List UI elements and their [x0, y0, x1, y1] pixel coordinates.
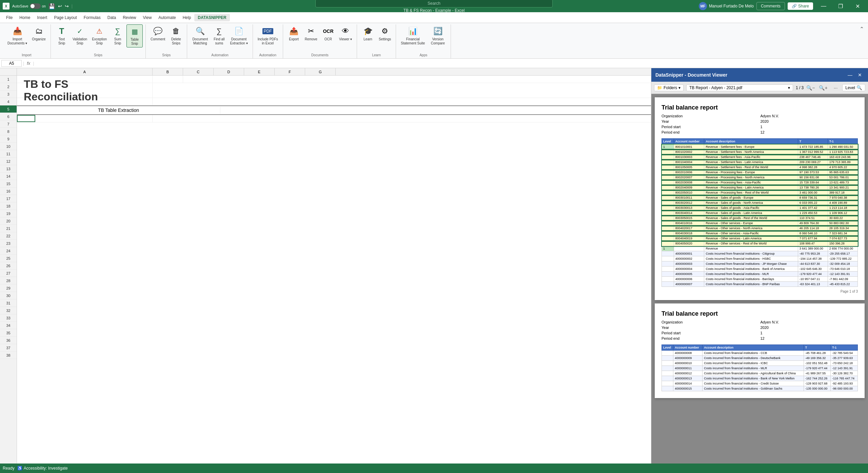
include-pdfs-button[interactable]: PDF Include PDFsin Excel	[256, 24, 280, 47]
menu-review[interactable]: Review	[119, 14, 139, 21]
menu-insert[interactable]: Insert	[34, 14, 51, 21]
table-row: 8003010011Revenue - Sales of goods - Eur…	[662, 195, 858, 200]
formula-input[interactable]	[35, 60, 867, 66]
global-search-input[interactable]	[315, 0, 553, 7]
document-extraction-button[interactable]: 📄 DocumentExtraction ▾	[228, 24, 250, 47]
cell-b5[interactable]	[35, 115, 153, 122]
documents-group-content: 📤 Export ✂ Remove OCR OCR 👁 Viewer ▾	[286, 24, 354, 53]
restore-button[interactable]: ❐	[833, 0, 848, 12]
zoom-in-button[interactable]: 🔍+	[817, 84, 829, 91]
menu-view[interactable]: View	[140, 14, 155, 21]
menu-data[interactable]: Data	[104, 14, 119, 21]
version-compare-button[interactable]: 🔄 VersionCompare	[428, 24, 448, 47]
include-pdfs-content: PDF Include PDFsin Excel	[256, 24, 280, 53]
doc-viewer-minimize-button[interactable]: —	[846, 72, 854, 78]
cell-b1[interactable]	[153, 76, 183, 83]
menu-formulas[interactable]: Formulas	[80, 14, 104, 21]
formula-bar-divider2: |	[33, 61, 34, 66]
menu-page-layout[interactable]: Page Layout	[51, 14, 80, 21]
delete-snips-button[interactable]: 🗑 DeleteSnips	[168, 24, 184, 47]
level-search-button[interactable]: 🔍	[856, 85, 862, 90]
comments-button[interactable]: Comments	[756, 2, 785, 10]
grid-content-area[interactable]: TB to FS Reconciliation TB Table Extract…	[17, 76, 651, 464]
title-center: TB & FS Recon - Example - Excel	[315, 0, 553, 13]
remove-button[interactable]: ✂ Remove	[303, 24, 319, 43]
organize-button[interactable]: 🗂 Organize	[30, 24, 48, 43]
cell-a3[interactable]	[17, 98, 153, 105]
automation-group-content: 🔍 DocumentMatching ∑ Find allsums 📄 Docu…	[190, 24, 250, 53]
autosave-toggle[interactable]: AutoSave on	[12, 3, 46, 9]
comment-button[interactable]: 💬 Comment	[149, 24, 167, 43]
menu-file[interactable]: File	[3, 14, 16, 21]
sum-snip-button[interactable]: ∑ SumSnip	[110, 24, 126, 47]
collapse-ribbon-icon[interactable]: ⌃	[860, 26, 864, 32]
doc-viewer-close-button[interactable]: ✕	[856, 72, 864, 78]
viewer-button[interactable]: 👁 Viewer ▾	[337, 24, 354, 43]
ready-status: Ready	[3, 466, 15, 471]
export-icon: 📤	[289, 26, 299, 37]
table-row: 8003050015Revenue - Sales of goods - Res…	[662, 216, 858, 221]
share-button[interactable]: 🔗 Share	[788, 2, 813, 10]
cell-a4-subtitle[interactable]: TB Table Extraction	[17, 107, 220, 114]
file-dropdown[interactable]: TB Report - Adyen - 2021.pdf ▾	[686, 84, 793, 91]
doc-viewer-content[interactable]: Trial balance report Organization Adyen …	[651, 94, 868, 464]
pdf2-col-account-desc: Account description	[703, 345, 804, 351]
minimize-button[interactable]: —	[816, 0, 831, 12]
zoom-out-button[interactable]: 🔍−	[805, 84, 816, 91]
financial-statement-button[interactable]: 📊 FinancialStatement Suite	[399, 24, 427, 47]
pdf-page2-title: Trial balance report	[662, 310, 858, 317]
pdf-page1-meta: Organization Adyen N.V. Year 2020 Period…	[662, 114, 858, 134]
menu-help[interactable]: Help	[179, 14, 195, 21]
col-header-g: G	[305, 68, 336, 75]
menu-home[interactable]: Home	[16, 14, 34, 21]
organize-icon: 🗂	[34, 26, 44, 37]
exception-snip-icon: ⚠	[94, 26, 105, 37]
save-icon[interactable]: 💾	[48, 3, 55, 9]
redo-icon[interactable]: ↪	[65, 3, 69, 9]
viewer-label: Viewer ▾	[339, 37, 352, 41]
exception-snip-button[interactable]: ⚠ ExceptionSnip	[90, 24, 109, 47]
export-button[interactable]: 📤 Export	[286, 24, 302, 43]
pdf-page1-num: Page 1 of 3	[662, 290, 858, 293]
table-row: 8001040004Revenue - Settlement fees - La…	[662, 160, 858, 165]
org-value: Adyen N.V.	[761, 114, 858, 118]
find-all-sums-button[interactable]: ∑ Find allsums	[211, 24, 227, 47]
settings-label: Settings	[379, 37, 391, 41]
ribbon-collapse[interactable]: ⌃	[858, 24, 865, 58]
apps-group-label: Apps	[399, 53, 448, 57]
table-row: 8004050020Revenue - Other services - Res…	[662, 241, 858, 246]
ocr-label: OCR	[324, 37, 332, 41]
validation-snip-button[interactable]: ✓ ValidationSnip	[71, 24, 89, 47]
formula-bar: | fx |	[0, 59, 868, 68]
row-num-2: 2	[0, 83, 17, 91]
ribbon-group-comment: 💬 Comment 🗑 DeleteSnips Snips	[146, 24, 187, 58]
close-button[interactable]: ✕	[850, 0, 865, 12]
table-row: 4000000012Costs incurred from financial …	[662, 371, 858, 376]
name-box[interactable]	[1, 60, 22, 67]
period-end-value: 12	[761, 130, 858, 134]
level-search[interactable]: Level 🔍	[842, 84, 865, 91]
row-num-32: 32	[0, 307, 17, 314]
menu-automate[interactable]: Automate	[155, 14, 179, 21]
settings-button[interactable]: ⚙ Settings	[377, 24, 393, 43]
document-matching-button[interactable]: 🔍 DocumentMatching	[190, 24, 210, 47]
exception-snip-label: ExceptionSnip	[92, 37, 107, 45]
autosave-pill[interactable]	[30, 3, 41, 9]
more-options-button[interactable]: ···	[832, 84, 840, 91]
cell-a5-selected[interactable]	[17, 115, 35, 122]
learn-group-content: 🎓 Learn ⚙ Settings	[360, 24, 393, 53]
learn-button[interactable]: 🎓 Learn	[360, 24, 376, 43]
comment-group-label: Snips	[149, 53, 184, 57]
row-num-4: 4	[0, 98, 17, 105]
table-snip-button[interactable]: ▦ TableSnip	[126, 24, 143, 47]
import-documents-button[interactable]: 📥 ImportDocuments ▾	[5, 24, 29, 47]
ocr-button[interactable]: OCR OCR	[320, 24, 336, 43]
text-snip-button[interactable]: T TextSnip	[54, 24, 70, 47]
version-compare-icon: 🔄	[432, 26, 443, 37]
menu-datasnipper[interactable]: DATASNIPPER	[194, 14, 230, 21]
org-label: Organization	[662, 114, 759, 118]
doc-viewer-title: DataSnipper - Document Viewer	[655, 72, 727, 78]
ribbon-group-import: 📥 ImportDocuments ▾ 🗂 Organize Import	[3, 24, 51, 58]
undo-icon[interactable]: ↩	[58, 3, 62, 9]
folders-dropdown[interactable]: 📁 Folders ▾	[654, 84, 684, 91]
